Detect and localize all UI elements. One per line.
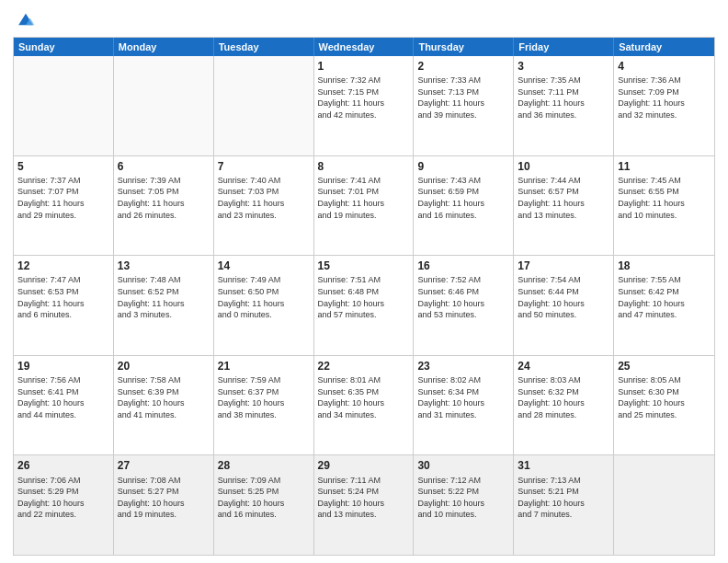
day-number: 1	[318, 59, 410, 74]
cell-info: Sunrise: 7:51 AM Sunset: 6:48 PM Dayligh…	[318, 274, 410, 320]
day-number: 22	[318, 359, 410, 373]
cell-info: Sunrise: 7:40 AM Sunset: 7:03 PM Dayligh…	[218, 175, 310, 221]
day-number: 6	[118, 159, 210, 174]
calendar-cell-r3-c5: 24Sunrise: 8:03 AM Sunset: 6:32 PM Dayli…	[514, 356, 614, 455]
weekday-header-thursday: Thursday	[414, 38, 514, 56]
calendar-cell-r2-c6: 18Sunrise: 7:55 AM Sunset: 6:42 PM Dayli…	[614, 256, 714, 355]
cell-info: Sunrise: 7:13 AM Sunset: 5:21 PM Dayligh…	[518, 475, 609, 521]
cell-info: Sunrise: 8:02 AM Sunset: 6:34 PM Dayligh…	[417, 374, 509, 420]
day-number: 7	[218, 159, 310, 174]
day-number: 19	[17, 359, 109, 373]
day-number: 10	[518, 159, 609, 174]
calendar-cell-r0-c0	[14, 56, 114, 155]
day-number: 8	[318, 159, 410, 174]
calendar-body: 1Sunrise: 7:32 AM Sunset: 7:15 PM Daylig…	[14, 56, 714, 555]
calendar-cell-r3-c2: 21Sunrise: 7:59 AM Sunset: 6:37 PM Dayli…	[214, 356, 314, 455]
weekday-header-tuesday: Tuesday	[214, 38, 314, 56]
day-number: 28	[218, 458, 310, 473]
day-number: 29	[318, 458, 410, 473]
cell-info: Sunrise: 7:11 AM Sunset: 5:24 PM Dayligh…	[318, 475, 410, 521]
cell-info: Sunrise: 7:37 AM Sunset: 7:07 PM Dayligh…	[17, 175, 109, 221]
day-number: 20	[118, 359, 210, 373]
calendar: SundayMondayTuesdayWednesdayThursdayFrid…	[13, 37, 715, 556]
calendar-cell-r1-c2: 7Sunrise: 7:40 AM Sunset: 7:03 PM Daylig…	[214, 156, 314, 256]
calendar-row-3: 19Sunrise: 7:56 AM Sunset: 6:41 PM Dayli…	[14, 355, 714, 455]
calendar-cell-r3-c0: 19Sunrise: 7:56 AM Sunset: 6:41 PM Dayli…	[14, 356, 114, 455]
calendar-cell-r1-c3: 8Sunrise: 7:41 AM Sunset: 7:01 PM Daylig…	[314, 156, 415, 256]
weekday-header-sunday: Sunday	[14, 38, 114, 56]
calendar-cell-r0-c5: 3Sunrise: 7:35 AM Sunset: 7:11 PM Daylig…	[514, 56, 614, 155]
weekday-header-friday: Friday	[514, 38, 614, 56]
cell-info: Sunrise: 7:47 AM Sunset: 6:53 PM Dayligh…	[17, 274, 109, 320]
cell-info: Sunrise: 7:35 AM Sunset: 7:11 PM Dayligh…	[518, 75, 609, 121]
day-number: 5	[17, 159, 109, 174]
cell-info: Sunrise: 7:52 AM Sunset: 6:46 PM Dayligh…	[417, 274, 509, 320]
day-number: 16	[417, 259, 509, 273]
day-number: 14	[218, 259, 310, 273]
calendar-cell-r3-c4: 23Sunrise: 8:02 AM Sunset: 6:34 PM Dayli…	[414, 356, 514, 455]
calendar-header: SundayMondayTuesdayWednesdayThursdayFrid…	[14, 38, 714, 56]
cell-info: Sunrise: 8:05 AM Sunset: 6:30 PM Dayligh…	[618, 374, 711, 420]
cell-info: Sunrise: 8:01 AM Sunset: 6:35 PM Dayligh…	[318, 374, 410, 420]
calendar-cell-r2-c4: 16Sunrise: 7:52 AM Sunset: 6:46 PM Dayli…	[414, 256, 514, 355]
day-number: 11	[618, 159, 711, 174]
calendar-cell-r1-c4: 9Sunrise: 7:43 AM Sunset: 6:59 PM Daylig…	[414, 156, 514, 256]
calendar-row-1: 5Sunrise: 7:37 AM Sunset: 7:07 PM Daylig…	[14, 155, 714, 256]
calendar-cell-r1-c5: 10Sunrise: 7:44 AM Sunset: 6:57 PM Dayli…	[514, 156, 614, 256]
calendar-cell-r4-c4: 30Sunrise: 7:12 AM Sunset: 5:22 PM Dayli…	[414, 455, 514, 555]
calendar-cell-r4-c6	[614, 455, 714, 555]
calendar-cell-r1-c6: 11Sunrise: 7:45 AM Sunset: 6:55 PM Dayli…	[614, 156, 714, 256]
day-number: 12	[17, 259, 109, 273]
calendar-cell-r2-c3: 15Sunrise: 7:51 AM Sunset: 6:48 PM Dayli…	[314, 256, 415, 355]
calendar-row-0: 1Sunrise: 7:32 AM Sunset: 7:15 PM Daylig…	[14, 56, 714, 155]
cell-info: Sunrise: 7:43 AM Sunset: 6:59 PM Dayligh…	[417, 175, 509, 221]
day-number: 21	[218, 359, 310, 373]
calendar-cell-r0-c1	[114, 56, 214, 155]
calendar-cell-r2-c5: 17Sunrise: 7:54 AM Sunset: 6:44 PM Dayli…	[514, 256, 614, 355]
cell-info: Sunrise: 7:08 AM Sunset: 5:27 PM Dayligh…	[118, 475, 210, 521]
cell-info: Sunrise: 7:59 AM Sunset: 6:37 PM Dayligh…	[218, 374, 310, 420]
calendar-row-2: 12Sunrise: 7:47 AM Sunset: 6:53 PM Dayli…	[14, 255, 714, 355]
cell-info: Sunrise: 7:45 AM Sunset: 6:55 PM Dayligh…	[618, 175, 711, 221]
cell-info: Sunrise: 7:33 AM Sunset: 7:13 PM Dayligh…	[417, 75, 509, 121]
calendar-cell-r4-c3: 29Sunrise: 7:11 AM Sunset: 5:24 PM Dayli…	[314, 455, 415, 555]
day-number: 18	[618, 259, 711, 273]
cell-info: Sunrise: 7:41 AM Sunset: 7:01 PM Dayligh…	[318, 175, 410, 221]
calendar-cell-r2-c1: 13Sunrise: 7:48 AM Sunset: 6:52 PM Dayli…	[114, 256, 214, 355]
cell-info: Sunrise: 7:49 AM Sunset: 6:50 PM Dayligh…	[218, 274, 310, 320]
weekday-header-saturday: Saturday	[614, 38, 714, 56]
logo-icon	[16, 9, 36, 29]
calendar-row-4: 26Sunrise: 7:06 AM Sunset: 5:29 PM Dayli…	[14, 454, 714, 555]
calendar-cell-r1-c0: 5Sunrise: 7:37 AM Sunset: 7:07 PM Daylig…	[14, 156, 114, 256]
calendar-cell-r0-c4: 2Sunrise: 7:33 AM Sunset: 7:13 PM Daylig…	[414, 56, 514, 155]
calendar-cell-r4-c1: 27Sunrise: 7:08 AM Sunset: 5:27 PM Dayli…	[114, 455, 214, 555]
cell-info: Sunrise: 7:55 AM Sunset: 6:42 PM Dayligh…	[618, 274, 711, 320]
calendar-cell-r0-c3: 1Sunrise: 7:32 AM Sunset: 7:15 PM Daylig…	[314, 56, 415, 155]
day-number: 26	[17, 458, 109, 473]
cell-info: Sunrise: 8:03 AM Sunset: 6:32 PM Dayligh…	[518, 374, 609, 420]
day-number: 30	[417, 458, 509, 473]
cell-info: Sunrise: 7:56 AM Sunset: 6:41 PM Dayligh…	[17, 374, 109, 420]
weekday-header-monday: Monday	[114, 38, 214, 56]
calendar-cell-r4-c5: 31Sunrise: 7:13 AM Sunset: 5:21 PM Dayli…	[514, 455, 614, 555]
page: SundayMondayTuesdayWednesdayThursdayFrid…	[0, 0, 728, 563]
cell-info: Sunrise: 7:36 AM Sunset: 7:09 PM Dayligh…	[618, 75, 711, 121]
cell-info: Sunrise: 7:32 AM Sunset: 7:15 PM Dayligh…	[318, 75, 410, 121]
calendar-cell-r2-c2: 14Sunrise: 7:49 AM Sunset: 6:50 PM Dayli…	[214, 256, 314, 355]
cell-info: Sunrise: 7:12 AM Sunset: 5:22 PM Dayligh…	[417, 475, 509, 521]
calendar-cell-r1-c1: 6Sunrise: 7:39 AM Sunset: 7:05 PM Daylig…	[114, 156, 214, 256]
logo	[13, 9, 36, 29]
day-number: 24	[518, 359, 609, 373]
cell-info: Sunrise: 7:48 AM Sunset: 6:52 PM Dayligh…	[118, 274, 210, 320]
day-number: 15	[318, 259, 410, 273]
cell-info: Sunrise: 7:54 AM Sunset: 6:44 PM Dayligh…	[518, 274, 609, 320]
day-number: 23	[417, 359, 509, 373]
calendar-cell-r4-c2: 28Sunrise: 7:09 AM Sunset: 5:25 PM Dayli…	[214, 455, 314, 555]
calendar-cell-r3-c1: 20Sunrise: 7:58 AM Sunset: 6:39 PM Dayli…	[114, 356, 214, 455]
cell-info: Sunrise: 7:44 AM Sunset: 6:57 PM Dayligh…	[518, 175, 609, 221]
day-number: 3	[518, 59, 609, 74]
day-number: 17	[518, 259, 609, 273]
day-number: 31	[518, 458, 609, 473]
calendar-cell-r2-c0: 12Sunrise: 7:47 AM Sunset: 6:53 PM Dayli…	[14, 256, 114, 355]
header	[13, 9, 715, 29]
